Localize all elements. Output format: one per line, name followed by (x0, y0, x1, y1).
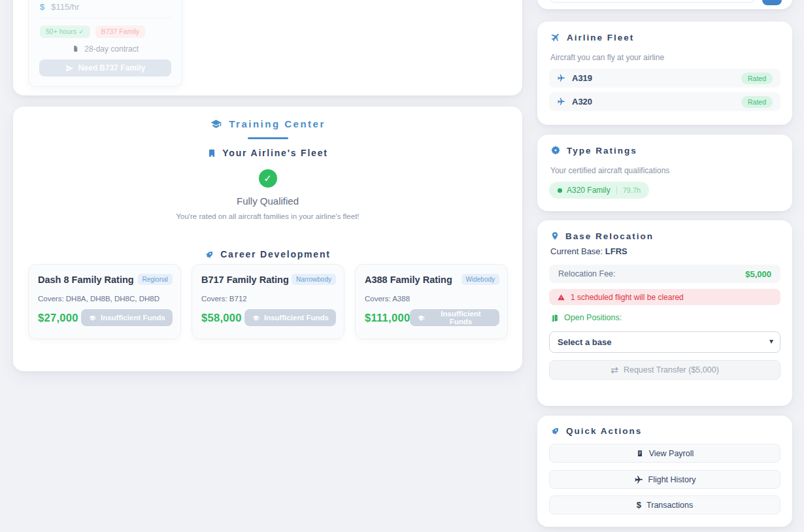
map-pin-icon (550, 231, 560, 241)
relocation-fee-row: Relocation Fee: $5,000 (549, 265, 780, 283)
contract-length: 28-day contract (84, 44, 139, 54)
rating-price: $58,000 (201, 312, 242, 324)
qualified-note: You're rated on all aircraft families in… (13, 212, 522, 220)
rating-category-badge: Widebody (461, 274, 499, 285)
search-input[interactable] (549, 0, 756, 3)
base-relocation-heading: Base Relocation (550, 231, 779, 241)
paper-plane-icon (65, 64, 74, 73)
rating-price: $111,000 (365, 312, 410, 324)
family-requirement-badge: B737 Family (95, 25, 145, 38)
fee-label: Relocation Fee: (558, 269, 616, 278)
purchase-rating-button[interactable]: Insufficient Funds (244, 309, 336, 326)
graduation-cap-icon (417, 314, 426, 322)
current-base-code: LFRS (605, 246, 628, 256)
purchase-rating-button[interactable]: Insufficient Funds (410, 309, 499, 326)
base-select[interactable]: Select a base (549, 331, 780, 353)
dollar-icon: $ (40, 2, 44, 12)
rating-card-a388: A388 Family Rating Widebody Covers: A388… (355, 264, 508, 339)
hours-requirement-badge: 50+ hours ✓ (40, 25, 90, 38)
plane-icon (557, 97, 565, 106)
need-rating-button[interactable]: Need B737 Family (39, 59, 171, 76)
search-button[interactable] (762, 0, 782, 5)
search-card (537, 0, 792, 9)
view-payroll-button[interactable]: View Payroll (549, 444, 780, 463)
quick-actions-heading: Quick Actions (550, 426, 779, 436)
rating-name: B717 Family Rating (201, 274, 289, 285)
type-rating-hours: 79.7h (623, 186, 641, 194)
graduation-cap-icon (88, 314, 97, 322)
airline-fleet-card: Airline Fleet Aircraft you can fly at yo… (537, 22, 792, 125)
flight-history-button[interactable]: Flight History (549, 470, 780, 489)
contract-length-row: 28-day contract (29, 44, 182, 54)
divider (39, 18, 171, 18)
graduation-cap-icon (210, 118, 222, 129)
fee-value: $5,000 (745, 269, 771, 279)
type-rating-family: A320 Family (567, 186, 611, 195)
door-open-icon (550, 314, 559, 322)
rated-badge: Rated (741, 73, 773, 84)
graduation-cap-icon (252, 314, 260, 322)
rating-card-b717: B717 Family Rating Narrowbody Covers: B7… (192, 264, 344, 339)
rating-name: Dash 8 Family Rating (38, 274, 134, 285)
seal-icon (550, 145, 561, 156)
current-base-row: Current Base: LFRS (550, 246, 628, 256)
qualified-status: Fully Qualified (13, 195, 522, 207)
base-relocation-card: Base Relocation Current Base: LFRS Reloc… (537, 220, 792, 406)
rating-name: A388 Family Rating (365, 274, 452, 285)
receipt-icon (636, 449, 644, 458)
heading-underline (248, 137, 288, 139)
rating-covers: Covers: A388 (365, 295, 410, 303)
rating-covers: Covers: B712 (201, 295, 247, 303)
divider (616, 186, 617, 194)
aircraft-name: A319 (572, 73, 592, 83)
building-icon (207, 148, 216, 158)
airline-fleet-heading: Your Airline's Fleet (13, 148, 522, 158)
rating-card-dash8: Dash 8 Family Rating Regional Covers: DH… (28, 264, 181, 339)
quick-actions-card: Quick Actions View Payroll Flight Histor… (537, 416, 792, 527)
rocket-icon (548, 424, 562, 438)
dollar-icon: $ (637, 500, 641, 510)
airline-fleet-subtitle: Aircraft you can fly at your airline (550, 53, 779, 62)
purchase-rating-button[interactable]: Insufficient Funds (81, 309, 173, 326)
type-ratings-card: Type Ratings Your certified aircraft qua… (537, 135, 792, 211)
aircraft-name: A320 (572, 97, 592, 107)
fully-qualified-check-icon: ✓ (259, 169, 277, 188)
rating-covers: Covers: DH8A, DH8B, DH8C, DH8D (38, 295, 159, 303)
check-icon: ✓ (78, 27, 84, 35)
rocket-icon (203, 247, 216, 261)
training-center-heading: Training Center (13, 118, 522, 129)
relocation-warning: 1 scheduled flight will be cleared (549, 289, 780, 305)
file-contract-icon (72, 44, 79, 53)
plane-icon (634, 475, 643, 484)
training-center-card: Training Center Your Airline's Fleet ✓ F… (13, 107, 522, 371)
transfer-arrows-icon: ⇄ (611, 365, 618, 374)
request-transfer-button[interactable]: ⇄ Request Transfer ($5,000) (549, 360, 780, 380)
job-offer-card: $ $115/hr 50+ hours ✓ B737 Family 28-day… (28, 0, 182, 87)
transactions-button[interactable]: $ Transactions (549, 495, 780, 514)
type-ratings-subtitle: Your certified aircraft qualifications (550, 166, 779, 175)
rated-badge: Rated (741, 96, 773, 108)
rating-price: $27,000 (38, 312, 78, 324)
fleet-row-a319: A319 Rated (549, 69, 780, 88)
plane-icon (548, 30, 563, 45)
job-rate-row: $ $115/hr (40, 2, 79, 12)
rating-category-badge: Regional (138, 274, 173, 285)
type-ratings-heading: Type Ratings (550, 145, 779, 156)
rating-category-badge: Narrowbody (292, 274, 336, 285)
type-rating-pill: A320 Family 79.7h (549, 182, 649, 199)
career-development-heading: Career Development (13, 249, 522, 259)
plane-icon (557, 74, 565, 82)
fleet-row-a320: A320 Rated (549, 92, 780, 111)
open-positions-label: Open Positions: (550, 313, 622, 322)
job-rate-value: $115/hr (51, 2, 79, 12)
warning-triangle-icon (557, 293, 565, 301)
airline-fleet-card-heading: Airline Fleet (550, 32, 779, 42)
active-dot-icon (558, 188, 562, 193)
